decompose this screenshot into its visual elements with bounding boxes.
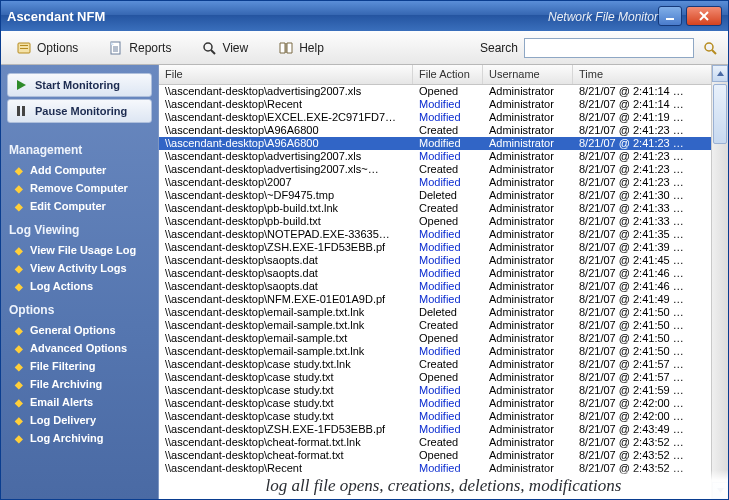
pause-monitoring-button[interactable]: Pause Monitoring — [7, 99, 152, 123]
table-row[interactable]: \\ascendant-desktop\saopts.datModifiedAd… — [159, 254, 728, 267]
cell-col-time: 8/21/07 @ 2:41:50 … — [573, 332, 728, 345]
scroll-track[interactable] — [712, 82, 728, 482]
table-row[interactable]: \\ascendant-desktop\~DF9475.tmpDeletedAd… — [159, 189, 728, 202]
bullet-icon: ◆ — [15, 165, 23, 176]
sidebar-item[interactable]: ◆Email Alerts — [1, 393, 158, 411]
cell-col-time: 8/21/07 @ 2:41:46 … — [573, 267, 728, 280]
titlebar[interactable]: Ascendant NFM Network File Monitor — [1, 1, 728, 31]
svg-marker-19 — [717, 488, 724, 493]
cell-col-user: Administrator — [483, 345, 573, 358]
sidebar-item-label: Log Delivery — [30, 414, 96, 426]
scroll-up-button[interactable] — [712, 65, 728, 82]
table-row[interactable]: \\ascendant-desktop\ZSH.EXE-1FD53EBB.pfM… — [159, 241, 728, 254]
svg-rect-4 — [20, 45, 28, 46]
sidebar-item[interactable]: ◆Add Computer — [1, 161, 158, 179]
col-header-action[interactable]: File Action — [413, 65, 483, 84]
search-go-button[interactable] — [700, 38, 720, 58]
table-row[interactable]: \\ascendant-desktop\saopts.datModifiedAd… — [159, 280, 728, 293]
sidebar-item-label: General Options — [30, 324, 116, 336]
scroll-down-button[interactable] — [712, 482, 728, 499]
sidebar-item-label: File Filtering — [30, 360, 95, 372]
scroll-thumb[interactable] — [713, 84, 727, 144]
cell-col-file: \\ascendant-desktop\A96A6800 — [159, 137, 413, 150]
cell-col-user: Administrator — [483, 280, 573, 293]
table-row[interactable]: \\ascendant-desktop\A96A6800CreatedAdmin… — [159, 124, 728, 137]
vertical-scrollbar[interactable] — [711, 65, 728, 499]
table-row[interactable]: \\ascendant-desktop\advertising2007.xlsM… — [159, 150, 728, 163]
sidebar-item[interactable]: ◆Edit Computer — [1, 197, 158, 215]
cell-col-action: Opened — [413, 449, 483, 462]
help-menu[interactable]: Help — [271, 36, 331, 60]
sidebar-item[interactable]: ◆File Archiving — [1, 375, 158, 393]
title-main: Ascendant NFM — [7, 9, 542, 24]
table-row[interactable]: \\ascendant-desktop\NOTEPAD.EXE-33635…Mo… — [159, 228, 728, 241]
search-label: Search — [480, 41, 518, 55]
cell-col-time: 8/21/07 @ 2:41:50 … — [573, 319, 728, 332]
cell-col-time: 8/21/07 @ 2:41:19 … — [573, 111, 728, 124]
sidebar-item[interactable]: ◆Log Actions — [1, 277, 158, 295]
start-monitoring-button[interactable]: Start Monitoring — [7, 73, 152, 97]
cell-col-file: \\ascendant-desktop\NOTEPAD.EXE-33635… — [159, 228, 413, 241]
col-header-time[interactable]: Time — [573, 65, 728, 84]
sidebar-item[interactable]: ◆File Filtering — [1, 357, 158, 375]
table-row[interactable]: \\ascendant-desktop\2007ModifiedAdminist… — [159, 176, 728, 189]
table-row[interactable]: \\ascendant-desktop\cheat-format.txt.lnk… — [159, 436, 728, 449]
cell-col-time: 8/21/07 @ 2:41:57 … — [573, 371, 728, 384]
cell-col-time: 8/21/07 @ 2:43:52 … — [573, 449, 728, 462]
table-row[interactable]: \\ascendant-desktop\case study.txtModifi… — [159, 384, 728, 397]
table-row[interactable]: \\ascendant-desktop\email-sample.txt.lnk… — [159, 345, 728, 358]
table-row[interactable]: \\ascendant-desktop\A96A6800ModifiedAdmi… — [159, 137, 728, 150]
table-body[interactable]: \\ascendant-desktop\advertising2007.xlsO… — [159, 85, 728, 499]
table-row[interactable]: \\ascendant-desktop\case study.txtOpened… — [159, 371, 728, 384]
reports-menu[interactable]: Reports — [101, 36, 178, 60]
sidebar-item[interactable]: ◆General Options — [1, 321, 158, 339]
table-row[interactable]: \\ascendant-desktop\case study.txt.lnkCr… — [159, 358, 728, 371]
close-button[interactable] — [686, 6, 722, 26]
search-input[interactable] — [524, 38, 694, 58]
svg-marker-15 — [17, 80, 26, 90]
table-row[interactable]: \\ascendant-desktop\case study.txtModifi… — [159, 410, 728, 423]
cell-col-time: 8/21/07 @ 2:43:49 … — [573, 423, 728, 436]
table-row[interactable]: \\ascendant-desktop\advertising2007.xls~… — [159, 163, 728, 176]
table-row[interactable]: \\ascendant-desktop\email-sample.txtOpen… — [159, 332, 728, 345]
table-row[interactable]: \\ascendant-desktop\email-sample.txt.lnk… — [159, 306, 728, 319]
table-row[interactable]: \\ascendant-desktop\case study.txtModifi… — [159, 397, 728, 410]
cell-col-action: Modified — [413, 254, 483, 267]
cell-col-user: Administrator — [483, 358, 573, 371]
table-row[interactable]: \\ascendant-desktop\saopts.datModifiedAd… — [159, 267, 728, 280]
table-row[interactable]: \\ascendant-desktop\email-sample.txt.lnk… — [159, 319, 728, 332]
sidebar-item[interactable]: ◆Log Archiving — [1, 429, 158, 447]
cell-col-time: 8/21/07 @ 2:41:46 … — [573, 280, 728, 293]
table-row[interactable]: \\ascendant-desktop\NFM.EXE-01E01A9D.pfM… — [159, 293, 728, 306]
cell-col-time: 8/21/07 @ 2:41:23 … — [573, 163, 728, 176]
cell-col-time: 8/21/07 @ 2:41:35 … — [573, 228, 728, 241]
view-menu[interactable]: View — [194, 36, 255, 60]
cell-col-time: 8/21/07 @ 2:43:52 … — [573, 462, 728, 475]
options-menu[interactable]: Options — [9, 36, 85, 60]
table-row[interactable]: \\ascendant-desktop\cheat-format.txtOpen… — [159, 449, 728, 462]
col-header-user[interactable]: Username — [483, 65, 573, 84]
sidebar-item[interactable]: ◆View Activity Logs — [1, 259, 158, 277]
sidebar-item[interactable]: ◆Advanced Options — [1, 339, 158, 357]
pause-icon — [14, 104, 28, 118]
sidebar-item[interactable]: ◆Log Delivery — [1, 411, 158, 429]
reports-icon — [108, 40, 124, 56]
minimize-button[interactable] — [658, 6, 682, 26]
table-row[interactable]: \\ascendant-desktop\RecentModifiedAdmini… — [159, 462, 728, 475]
table-header: File File Action Username Time — [159, 65, 728, 85]
col-header-file[interactable]: File — [159, 65, 413, 84]
sidebar-item[interactable]: ◆Remove Computer — [1, 179, 158, 197]
table-row[interactable]: \\ascendant-desktop\pb-build.txtOpenedAd… — [159, 215, 728, 228]
table-row[interactable]: \\ascendant-desktop\RecentModifiedAdmini… — [159, 98, 728, 111]
table-row[interactable]: \\ascendant-desktop\advertising2007.xlsO… — [159, 85, 728, 98]
table-row[interactable]: \\ascendant-desktop\EXCEL.EXE-2C971FD7…M… — [159, 111, 728, 124]
minimize-icon — [664, 10, 676, 22]
cell-col-file: \\ascendant-desktop\email-sample.txt.lnk — [159, 319, 413, 332]
sidebar-item[interactable]: ◆View File Usage Log — [1, 241, 158, 259]
table-row[interactable]: \\ascendant-desktop\ZSH.EXE-1FD53EBB.pfM… — [159, 423, 728, 436]
bullet-icon: ◆ — [15, 433, 23, 444]
cell-col-user: Administrator — [483, 436, 573, 449]
cell-col-user: Administrator — [483, 202, 573, 215]
table-row[interactable]: \\ascendant-desktop\pb-build.txt.lnkCrea… — [159, 202, 728, 215]
cell-col-time: 8/21/07 @ 2:41:33 … — [573, 202, 728, 215]
